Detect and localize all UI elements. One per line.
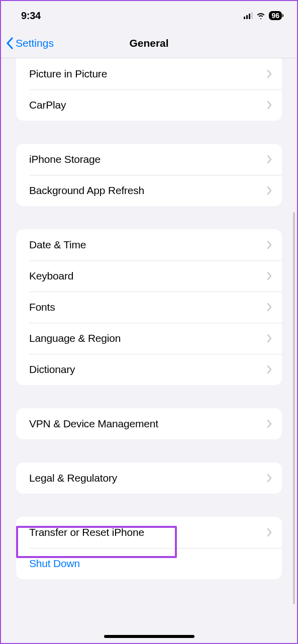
row-label: Picture in Picture [29, 68, 107, 80]
row-picture-in-picture[interactable]: Picture in Picture [16, 58, 282, 89]
nav-bar: Settings General [1, 28, 297, 58]
scrollbar[interactable] [293, 212, 295, 604]
chevron-right-icon [267, 240, 272, 249]
page-title: General [129, 37, 168, 49]
battery-percent: 96 [271, 12, 279, 20]
settings-group: VPN & Device Management [16, 408, 282, 439]
row-label: VPN & Device Management [29, 418, 158, 430]
row-keyboard[interactable]: Keyboard [16, 260, 282, 292]
settings-group: Transfer or Reset iPhone Shut Down [16, 517, 282, 579]
back-button[interactable]: Settings [6, 37, 54, 49]
chevron-right-icon [267, 334, 272, 343]
settings-group: Legal & Regulatory [16, 463, 282, 494]
home-indicator[interactable] [104, 635, 194, 638]
row-language-region[interactable]: Language & Region [16, 323, 282, 354]
chevron-right-icon [267, 101, 272, 110]
row-label: Shut Down [29, 558, 80, 570]
chevron-right-icon [267, 186, 272, 195]
chevron-right-icon [267, 303, 272, 312]
settings-scroll[interactable]: Picture in Picture CarPlay iPhone Storag… [1, 58, 297, 632]
row-label: Date & Time [29, 239, 86, 251]
chevron-right-icon [267, 419, 272, 428]
row-iphone-storage[interactable]: iPhone Storage [16, 144, 282, 175]
status-time: 9:34 [21, 10, 41, 22]
row-transfer-reset-iphone[interactable]: Transfer or Reset iPhone [16, 517, 282, 548]
chevron-right-icon [267, 271, 272, 281]
chevron-right-icon [267, 69, 272, 78]
chevron-right-icon [267, 528, 272, 537]
status-bar: 9:34 96 [1, 1, 297, 28]
row-label: CarPlay [29, 99, 66, 111]
battery-icon: 96 [269, 11, 282, 20]
settings-group: Picture in Picture CarPlay [16, 58, 282, 121]
row-label: Fonts [29, 301, 55, 313]
row-background-app-refresh[interactable]: Background App Refresh [16, 175, 282, 206]
row-legal-regulatory[interactable]: Legal & Regulatory [16, 463, 282, 494]
back-label: Settings [16, 37, 54, 49]
settings-group: iPhone Storage Background App Refresh [16, 144, 282, 206]
row-shut-down[interactable]: Shut Down [16, 548, 282, 579]
row-label: Transfer or Reset iPhone [29, 526, 144, 538]
row-date-time[interactable]: Date & Time [16, 229, 282, 260]
cellular-icon [244, 12, 253, 19]
row-dictionary[interactable]: Dictionary [16, 354, 282, 385]
row-label: Dictionary [29, 363, 75, 376]
status-right: 96 [244, 11, 282, 20]
chevron-right-icon [267, 155, 272, 164]
row-label: Language & Region [29, 332, 121, 344]
row-label: Keyboard [29, 270, 73, 282]
chevron-right-icon [267, 474, 272, 483]
row-label: Legal & Regulatory [29, 472, 117, 484]
row-label: Background App Refresh [29, 185, 144, 197]
chevron-right-icon [267, 365, 272, 374]
settings-group: Date & Time Keyboard Fonts Language & Re… [16, 229, 282, 385]
wifi-icon [256, 12, 266, 19]
row-fonts[interactable]: Fonts [16, 292, 282, 323]
row-carplay[interactable]: CarPlay [16, 89, 282, 121]
row-vpn-device-management[interactable]: VPN & Device Management [16, 408, 282, 439]
row-label: iPhone Storage [29, 153, 101, 165]
chevron-left-icon [6, 37, 14, 49]
